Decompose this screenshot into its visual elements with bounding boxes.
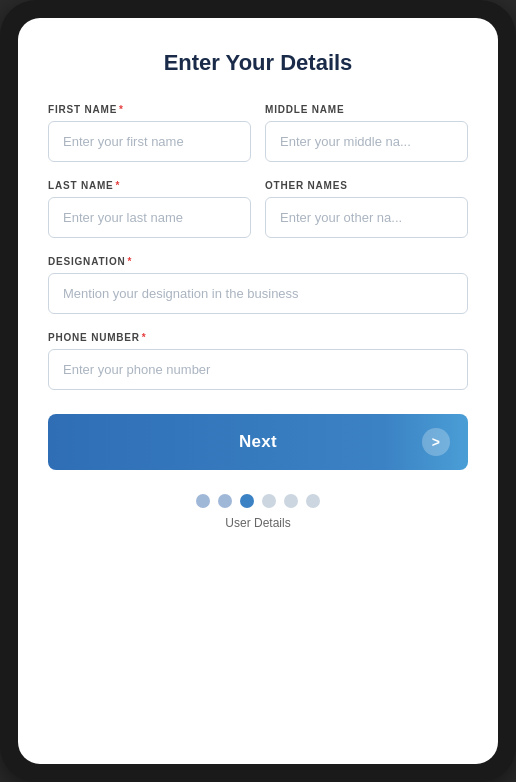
next-button[interactable]: Next > — [48, 414, 468, 470]
last-name-label: LAST NAME* — [48, 180, 251, 191]
phone-required: * — [142, 332, 147, 343]
pagination-label: User Details — [225, 516, 290, 530]
dot-1 — [196, 494, 210, 508]
middle-name-input[interactable] — [265, 121, 468, 162]
designation-required: * — [128, 256, 133, 267]
next-button-label: Next — [72, 432, 444, 452]
phone-row: PHONE NUMBER* — [48, 332, 468, 390]
first-name-group: FIRST NAME* — [48, 104, 251, 162]
phone-label: PHONE NUMBER* — [48, 332, 468, 343]
first-name-input[interactable] — [48, 121, 251, 162]
dot-2 — [218, 494, 232, 508]
middle-name-group: MIDDLE NAME — [265, 104, 468, 162]
middle-name-label: MIDDLE NAME — [265, 104, 468, 115]
pagination: User Details — [48, 494, 468, 530]
phone-group: PHONE NUMBER* — [48, 332, 468, 390]
designation-group: DESIGNATION* — [48, 256, 468, 314]
dot-3 — [240, 494, 254, 508]
dot-4 — [262, 494, 276, 508]
dots-row — [196, 494, 320, 508]
phone-input[interactable] — [48, 349, 468, 390]
last-name-input[interactable] — [48, 197, 251, 238]
page-title: Enter Your Details — [48, 50, 468, 76]
other-names-group: OTHER NAMES — [265, 180, 468, 238]
designation-row: DESIGNATION* — [48, 256, 468, 314]
device-frame: Enter Your Details FIRST NAME* MIDDLE NA… — [0, 0, 516, 782]
dot-6 — [306, 494, 320, 508]
designation-input[interactable] — [48, 273, 468, 314]
other-names-label: OTHER NAMES — [265, 180, 468, 191]
last-name-group: LAST NAME* — [48, 180, 251, 238]
screen: Enter Your Details FIRST NAME* MIDDLE NA… — [18, 18, 498, 764]
name-row-1: FIRST NAME* MIDDLE NAME — [48, 104, 468, 162]
dot-5 — [284, 494, 298, 508]
first-name-label: FIRST NAME* — [48, 104, 251, 115]
first-name-required: * — [119, 104, 124, 115]
name-row-2: LAST NAME* OTHER NAMES — [48, 180, 468, 238]
form-container: FIRST NAME* MIDDLE NAME LAST NAME* — [48, 104, 468, 736]
other-names-input[interactable] — [265, 197, 468, 238]
designation-label: DESIGNATION* — [48, 256, 468, 267]
last-name-required: * — [116, 180, 121, 191]
next-arrow-icon: > — [422, 428, 450, 456]
